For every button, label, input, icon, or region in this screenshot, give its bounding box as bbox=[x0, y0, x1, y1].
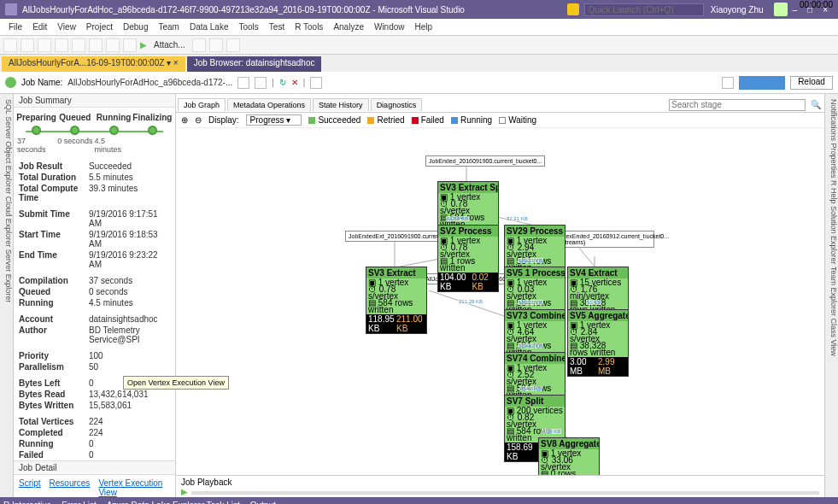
reload-button[interactable]: Reload bbox=[790, 76, 833, 90]
screen-icon[interactable] bbox=[722, 77, 734, 89]
tab-adl-tasks[interactable]: Azure Data Lake Explorer Task List bbox=[107, 501, 240, 505]
node-sv2-process[interactable]: SV2 Process▣ 1 vertex⏱ 0.78 s/vertex▤ 1 … bbox=[437, 225, 499, 292]
resources-link[interactable]: Resources bbox=[50, 478, 91, 497]
undo-icon[interactable] bbox=[106, 38, 120, 52]
job-status-success-icon bbox=[5, 77, 16, 88]
legend-waiting: Waiting bbox=[508, 115, 536, 125]
play-icon[interactable]: ▶ bbox=[181, 487, 188, 496]
summary-row: Submit Time9/19/2016 9:17:51 AM bbox=[14, 208, 175, 229]
tab-state-history[interactable]: State History bbox=[313, 98, 369, 111]
job-summary-header: Job Summary bbox=[14, 94, 175, 108]
right-tool-rail[interactable]: Notifications Properties R Help Solution… bbox=[824, 94, 838, 497]
menu-test[interactable]: Test bbox=[264, 22, 290, 32]
bottom-tool-tabs: R Interactive Error List Azure Data Lake… bbox=[0, 497, 838, 504]
step-out-icon[interactable] bbox=[226, 38, 240, 52]
menu-project[interactable]: Project bbox=[81, 22, 118, 32]
summary-row: Total Vertices224 bbox=[14, 416, 175, 427]
tab-r-interactive[interactable]: R Interactive bbox=[3, 501, 51, 505]
menu-datalake[interactable]: Data Lake bbox=[185, 22, 234, 32]
menu-window[interactable]: Window bbox=[369, 22, 410, 32]
nav-back-icon[interactable] bbox=[3, 38, 17, 52]
vev-tooltip: Open Vertex Execution View bbox=[123, 376, 229, 390]
job-graph-pane: Job Graph Metadata Operations State Hist… bbox=[176, 94, 824, 497]
step-into-icon[interactable] bbox=[209, 38, 223, 52]
refresh-icon[interactable]: ↻ bbox=[279, 78, 286, 87]
attach-button[interactable]: Attach... bbox=[150, 40, 189, 50]
menu-help[interactable]: Help bbox=[410, 22, 438, 32]
edge-label: 44.50 KB bbox=[446, 216, 469, 221]
tab-metadata-ops[interactable]: Metadata Operations bbox=[227, 98, 311, 111]
menu-debug[interactable]: Debug bbox=[118, 22, 153, 32]
legend-failed: Failed bbox=[421, 115, 444, 125]
tab-diagnostics[interactable]: Diagnostics bbox=[371, 98, 423, 111]
summary-row: AuthorBD Telemetry Service@SPI bbox=[14, 325, 175, 345]
summary-row: Accountdatainsightsadhoc bbox=[14, 314, 175, 325]
signed-in-user[interactable]: Xiaoyong Zhu bbox=[711, 5, 764, 15]
download-icon[interactable] bbox=[310, 77, 322, 89]
summary-row: Parallelism50 bbox=[14, 361, 175, 372]
job-name-value: AllJobsHourlyForAdHoc_a96bceda-d172-... bbox=[67, 78, 232, 87]
summary-row: Bytes Written15,583,061 bbox=[14, 400, 175, 411]
search-icon[interactable]: 🔍 bbox=[811, 100, 821, 109]
tab-job-graph[interactable]: Job Graph bbox=[178, 98, 226, 111]
zoom-in-icon[interactable]: ⊕ bbox=[181, 115, 188, 125]
node-sv8-aggregate[interactable]: SV8 Aggregate▣ 1 vertex⏱ 33.06 s/vertex▤… bbox=[538, 437, 600, 475]
save-icon[interactable] bbox=[72, 38, 85, 52]
new-project-icon[interactable] bbox=[38, 38, 51, 52]
script-link[interactable]: Script bbox=[19, 478, 41, 497]
unknown-blue-button[interactable] bbox=[739, 76, 785, 90]
node-sv5-aggregate[interactable]: SV5 Aggregate▣ 1 vertex⏱ 2.84 s/vertex▤ … bbox=[567, 309, 629, 377]
left-tool-rail[interactable]: SQL Server Object Explorer Cloud Explore… bbox=[0, 94, 14, 497]
summary-row: Job ResultSucceeded bbox=[14, 161, 175, 172]
job-detail-header[interactable]: Job Detail bbox=[14, 460, 175, 475]
menu-edit[interactable]: Edit bbox=[27, 22, 52, 32]
playback-slider[interactable] bbox=[191, 491, 819, 495]
menu-rtools[interactable]: R Tools bbox=[290, 22, 328, 32]
open-icon[interactable] bbox=[55, 38, 68, 52]
input-jobended[interactable]: JobEnded_2016091900.current_bucket0... bbox=[425, 155, 545, 167]
summary-row: Queued0 seconds bbox=[14, 286, 175, 297]
menu-view[interactable]: View bbox=[52, 22, 81, 32]
menu-tools[interactable]: Tools bbox=[234, 22, 264, 32]
stage-preparing: Preparing bbox=[16, 113, 56, 122]
cancel-icon[interactable]: ✕ bbox=[291, 78, 298, 87]
summary-row: Start Time9/19/2016 9:18:53 AM bbox=[14, 229, 175, 249]
legend-running: Running bbox=[460, 115, 492, 125]
step-over-icon[interactable] bbox=[192, 38, 206, 52]
vertex-execution-view-link[interactable]: Vertex Execution View bbox=[98, 478, 170, 497]
summary-row: Total Duration5.5 minutes bbox=[14, 172, 175, 183]
nav-fwd-icon[interactable] bbox=[21, 38, 34, 52]
stage-running: Running bbox=[97, 113, 132, 122]
node-sv3-extract[interactable]: SV3 Extract▣ 1 vertex⏱ 0.78 s/vertex▤ 58… bbox=[366, 267, 427, 334]
input-vertexended[interactable]: VertexEnded_20160912.current_bucket0... … bbox=[552, 231, 654, 248]
save-all-icon[interactable] bbox=[89, 38, 103, 52]
summary-row: Running0 bbox=[14, 438, 175, 449]
edge-label: 182.21 KB bbox=[518, 300, 543, 305]
zoom-out-icon[interactable]: ⊖ bbox=[195, 115, 202, 125]
search-stage-input[interactable] bbox=[669, 99, 806, 111]
vs-logo-icon bbox=[5, 3, 17, 15]
doc-tab-job[interactable]: AllJobsHourlyForA...16-09-19T00:00:00Z ▾… bbox=[2, 56, 185, 72]
summary-row: Total Compute Time39.3 minutes bbox=[14, 183, 175, 203]
window-title: AllJobsHourlyForAdHoc_a96bceda-d172-46f7… bbox=[22, 5, 465, 15]
display-dropdown[interactable]: Progress ▾ bbox=[246, 114, 302, 126]
summary-row: Failed0 bbox=[14, 449, 175, 460]
tab-output[interactable]: Output bbox=[250, 501, 276, 505]
menu-analyze[interactable]: Analyze bbox=[328, 22, 369, 32]
summary-row: End Time9/19/2016 9:23:22 AM bbox=[14, 249, 175, 270]
quick-launch-input[interactable] bbox=[584, 3, 704, 16]
doc-tab-browser[interactable]: Job Browser: datainsightsadhoc bbox=[187, 56, 322, 72]
edge-label: 82.21 KB bbox=[506, 216, 529, 221]
job-graph-canvas[interactable]: JobEnded_2016091900.current_bucket0... J… bbox=[176, 128, 824, 475]
notification-flag-icon[interactable] bbox=[567, 3, 579, 15]
menu-file[interactable]: File bbox=[3, 22, 27, 32]
user-avatar-icon[interactable] bbox=[774, 3, 788, 16]
copy-icon[interactable] bbox=[237, 77, 249, 89]
tab-error-list[interactable]: Error List bbox=[62, 501, 97, 505]
summary-row: Priority100 bbox=[14, 350, 175, 361]
job-name-label: Job Name: bbox=[21, 78, 62, 87]
standard-toolbar: ▶Attach... bbox=[0, 36, 838, 55]
open-external-icon[interactable] bbox=[255, 77, 267, 89]
redo-icon[interactable] bbox=[123, 38, 137, 52]
menu-team[interactable]: Team bbox=[153, 22, 184, 32]
